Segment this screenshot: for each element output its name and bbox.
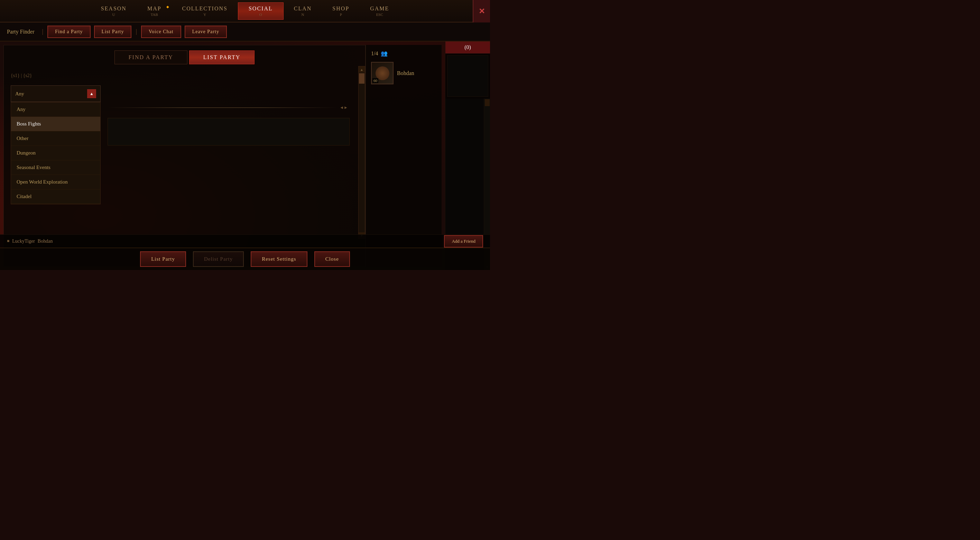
list-party-bottom-button[interactable]: List Party — [140, 251, 186, 267]
nav-key-season: U — [112, 13, 115, 17]
member-avatar: 60 — [371, 62, 393, 84]
member-level: 60 — [372, 78, 378, 83]
dropdown-option-other[interactable]: Other — [11, 131, 100, 146]
username-primary: Bohdan — [38, 238, 53, 244]
dropdown-container: Any ▲ Any Boss Fights Other Dungeon Seas… — [11, 86, 101, 102]
sub-nav-divider-2: | — [135, 28, 137, 35]
dropdown-selected[interactable]: Any ▲ — [11, 86, 101, 102]
scroll-thumb — [359, 73, 364, 84]
chat-scroll-thumb — [485, 99, 490, 106]
nav-label-social: SOCIAL — [249, 6, 273, 12]
find-party-button[interactable]: Find a Party — [48, 25, 90, 38]
template-text: {s1} | {s2} — [11, 73, 358, 78]
nav-key-social: O — [259, 13, 262, 17]
member-entry: 60 Bohdan — [371, 62, 436, 84]
nav-item-collections[interactable]: COLLECTIONS Y — [172, 3, 238, 19]
nav-key-clan: N — [302, 13, 304, 17]
nav-item-shop[interactable]: SHOP P — [322, 3, 360, 19]
voice-chat-button[interactable]: Voice Chat — [141, 25, 181, 38]
party-count-value: 1/4 — [371, 51, 378, 57]
dropdown-value: Any — [15, 91, 24, 97]
dropdown-option-any[interactable]: Any — [11, 102, 100, 117]
nav-label-shop: SHOP — [332, 6, 349, 12]
nav-label-season: SEASON — [101, 6, 127, 12]
nav-item-map[interactable]: MAP TAB — [137, 3, 172, 19]
panel-tabs: FIND A PARTY LIST PARTY — [4, 45, 365, 68]
dropdown-option-open-world[interactable]: Open World Exploration — [11, 175, 100, 189]
nav-item-season[interactable]: SEASON U — [91, 3, 137, 19]
dropdown-list: Any Boss Fights Other Dungeon Seasonal E… — [11, 102, 101, 204]
nav-item-clan[interactable]: CLAN N — [283, 3, 322, 19]
party-panel: FIND A PARTY LIST PARTY {s1} | {s2} Any … — [3, 45, 366, 267]
username-text: ■ LuckyTiger Bohdan — [7, 238, 52, 244]
add-friend-button[interactable]: Add a Friend — [444, 235, 483, 248]
nav-label-map: MAP — [147, 6, 161, 12]
dropdown-option-dungeon[interactable]: Dungeon — [11, 146, 100, 160]
divider-line: ◄► — [108, 108, 350, 108]
nav-item-game[interactable]: GAME ESC — [360, 3, 399, 19]
nav-key-collections: Y — [203, 13, 206, 17]
nav-items-container: SEASON U MAP TAB COLLECTIONS Y SOCIAL O … — [91, 2, 400, 20]
panel-scrollbar[interactable]: ▲ ▼ — [358, 66, 365, 239]
close-panel-button[interactable]: Close — [314, 251, 350, 267]
nav-label-clan: CLAN — [294, 6, 312, 12]
nav-key-shop: P — [340, 13, 342, 17]
top-navigation: SEASON U MAP TAB COLLECTIONS Y SOCIAL O … — [0, 0, 490, 22]
nav-label-game: GAME — [370, 6, 389, 12]
username-bar: ■ LuckyTiger Bohdan Add a Friend — [0, 234, 490, 248]
sub-nav-divider-1: | — [42, 28, 44, 35]
dropdown-option-citadel[interactable]: Citadel — [11, 189, 100, 204]
scroll-up-arrow[interactable]: ▲ — [359, 67, 365, 73]
bottom-bar: List Party Delist Party Reset Settings C… — [0, 248, 490, 270]
close-button-top[interactable]: ✕ — [473, 0, 490, 22]
right-panel: 1/4 👥 60 Bohdan — [366, 45, 442, 267]
dropdown-option-seasonal-events[interactable]: Seasonal Events — [11, 160, 100, 175]
sub-navigation: Party Finder | Find a Party List Party |… — [0, 22, 490, 41]
panel-left: {s1} | {s2} Any ▲ Any Boss Fights Other … — [11, 73, 358, 261]
online-icon: ■ — [7, 238, 10, 244]
leave-party-button[interactable]: Leave Party — [185, 25, 227, 38]
dropdown-option-boss-fights[interactable]: Boss Fights — [11, 117, 100, 131]
nav-key-map: TAB — [151, 13, 158, 17]
party-count: 1/4 👥 — [371, 50, 436, 57]
divider-arrows: ◄► — [340, 105, 348, 110]
username-secondary: LuckyTiger — [12, 238, 35, 244]
party-count-icon: 👥 — [381, 50, 388, 57]
tab-find-party[interactable]: FIND A PARTY — [115, 51, 188, 64]
chat-input-area[interactable] — [447, 55, 488, 97]
text-input-area[interactable] — [108, 118, 350, 146]
delist-party-button[interactable]: Delist Party — [193, 251, 244, 267]
nav-key-game: ESC — [376, 13, 383, 17]
list-party-button-sub[interactable]: List Party — [94, 25, 132, 38]
chat-counter: (0) — [445, 41, 490, 54]
reset-settings-button[interactable]: Reset Settings — [251, 251, 307, 267]
nav-item-social[interactable]: SOCIAL O — [238, 2, 283, 20]
nav-label-collections: COLLECTIONS — [182, 6, 228, 12]
tab-list-party[interactable]: LIST PARTY — [189, 51, 255, 64]
member-name: Bohdan — [397, 70, 414, 76]
party-finder-label: Party Finder — [7, 29, 35, 35]
dropdown-arrow-icon: ▲ — [87, 89, 96, 98]
